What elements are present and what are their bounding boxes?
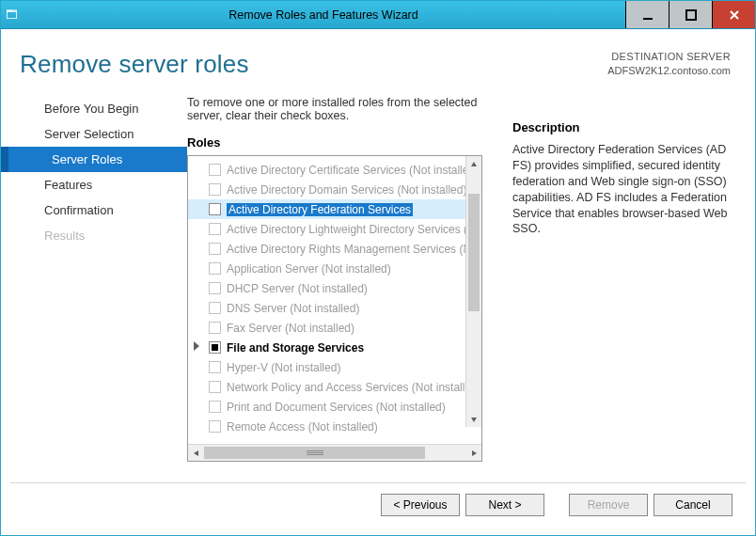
center-column: To remove one or more installed roles fr… bbox=[187, 92, 490, 473]
role-item: Remote Access (Not installed) bbox=[188, 417, 481, 436]
wizard-window: 🗔 Remove Roles and Features Wizard Remov… bbox=[0, 0, 756, 536]
role-item: Active Directory Lightweight Directory S… bbox=[188, 219, 481, 239]
role-item: DHCP Server (Not installed) bbox=[188, 278, 481, 298]
step-features[interactable]: Features bbox=[1, 172, 187, 197]
destination-info: DESTINATION SERVER ADFSW2K12.contoso.com bbox=[607, 50, 731, 78]
role-label: Active Directory Lightweight Directory S… bbox=[227, 223, 481, 236]
role-label: Print and Document Services (Not install… bbox=[227, 401, 446, 414]
titlebar: 🗔 Remove Roles and Features Wizard bbox=[1, 1, 755, 29]
roles-listbox: Active Directory Certificate Services (N… bbox=[187, 155, 482, 462]
role-label: DHCP Server (Not installed) bbox=[227, 282, 368, 295]
role-checkbox bbox=[209, 243, 221, 255]
header: Remove server roles DESTINATION SERVER A… bbox=[1, 29, 755, 92]
role-item: Hyper-V (Not installed) bbox=[188, 357, 481, 377]
description-column: Description Active Directory Federation … bbox=[490, 92, 732, 473]
step-confirmation[interactable]: Confirmation bbox=[1, 197, 187, 223]
svg-rect-1 bbox=[686, 10, 696, 20]
step-server-selection[interactable]: Server Selection bbox=[1, 121, 187, 147]
footer: < Previous Next > Remove Cancel bbox=[10, 482, 746, 526]
role-checkbox[interactable] bbox=[209, 203, 221, 215]
steps-sidebar: Before You Begin Server Selection Server… bbox=[1, 92, 187, 473]
role-checkbox[interactable] bbox=[209, 341, 221, 354]
step-server-roles[interactable]: Server Roles bbox=[1, 147, 187, 172]
role-checkbox bbox=[209, 164, 221, 176]
window-title: Remove Roles and Features Wizard bbox=[22, 8, 625, 22]
remove-button: Remove bbox=[569, 494, 648, 516]
role-item: Active Directory Certificate Services (N… bbox=[188, 160, 481, 180]
role-label: Application Server (Not installed) bbox=[227, 262, 391, 276]
role-label: Fax Server (Not installed) bbox=[227, 322, 354, 335]
role-item: Fax Server (Not installed) bbox=[188, 318, 481, 338]
step-before-you-begin[interactable]: Before You Begin bbox=[1, 96, 187, 121]
role-item: Network Policy and Access Services (Not … bbox=[188, 377, 481, 397]
page-title: Remove server roles bbox=[20, 50, 607, 79]
role-label: Active Directory Certificate Services (N… bbox=[227, 164, 479, 177]
role-checkbox bbox=[209, 183, 221, 196]
previous-button[interactable]: < Previous bbox=[381, 494, 460, 516]
svg-rect-0 bbox=[643, 18, 653, 20]
role-item: Active Directory Rights Management Servi… bbox=[188, 239, 481, 259]
scroll-down-icon[interactable] bbox=[466, 411, 481, 427]
description-title: Description bbox=[512, 120, 732, 134]
role-label: Active Directory Rights Management Servi… bbox=[227, 243, 481, 256]
app-icon: 🗔 bbox=[1, 8, 22, 22]
role-item: Print and Document Services (Not install… bbox=[188, 397, 481, 417]
vertical-scroll-thumb[interactable] bbox=[468, 194, 480, 311]
role-checkbox bbox=[209, 302, 221, 314]
role-item: Application Server (Not installed) bbox=[188, 259, 481, 278]
role-label: Network Policy and Access Services (Not … bbox=[227, 381, 481, 394]
description-text: Active Directory Federation Services (AD… bbox=[512, 142, 732, 237]
horizontal-scrollbar[interactable] bbox=[188, 444, 481, 461]
role-label: Active Directory Federation Services bbox=[227, 203, 413, 216]
roles-title: Roles bbox=[187, 135, 490, 150]
role-label: Remote Access (Not installed) bbox=[227, 420, 378, 434]
scroll-right-icon[interactable] bbox=[465, 445, 481, 461]
role-label: Active Directory Domain Services (Not in… bbox=[227, 183, 466, 197]
role-checkbox bbox=[209, 401, 221, 413]
maximize-button[interactable] bbox=[669, 1, 712, 28]
role-checkbox bbox=[209, 361, 221, 373]
role-checkbox bbox=[209, 322, 221, 334]
window-controls bbox=[625, 1, 755, 28]
destination-label: DESTINATION SERVER bbox=[607, 50, 731, 64]
body: Before You Begin Server Selection Server… bbox=[1, 92, 755, 473]
horizontal-scroll-thumb[interactable] bbox=[204, 447, 425, 459]
cancel-button[interactable]: Cancel bbox=[654, 494, 732, 516]
role-item[interactable]: Active Directory Federation Services bbox=[188, 199, 481, 219]
destination-server: ADFSW2K12.contoso.com bbox=[607, 64, 731, 78]
role-checkbox bbox=[209, 420, 221, 433]
horizontal-scroll-track[interactable] bbox=[204, 445, 465, 461]
close-button[interactable] bbox=[712, 1, 755, 28]
role-checkbox bbox=[209, 262, 221, 275]
role-checkbox bbox=[209, 223, 221, 235]
next-button[interactable]: Next > bbox=[465, 494, 544, 516]
minimize-button[interactable] bbox=[625, 1, 669, 28]
role-label: Hyper-V (Not installed) bbox=[227, 361, 340, 374]
role-item: DNS Server (Not installed) bbox=[188, 298, 481, 318]
scroll-left-icon[interactable] bbox=[188, 445, 204, 461]
role-checkbox bbox=[209, 282, 221, 294]
role-item: Active Directory Domain Services (Not in… bbox=[188, 180, 481, 199]
instruction-text: To remove one or more installed roles fr… bbox=[187, 96, 490, 122]
vertical-scrollbar[interactable] bbox=[465, 156, 481, 427]
step-results: Results bbox=[1, 223, 187, 248]
scroll-up-icon[interactable] bbox=[466, 156, 481, 172]
expand-icon[interactable] bbox=[194, 341, 199, 351]
roles-list-viewport: Active Directory Certificate Services (N… bbox=[188, 156, 481, 444]
role-item[interactable]: File and Storage Services bbox=[188, 338, 481, 357]
role-label: DNS Server (Not installed) bbox=[227, 302, 359, 315]
role-checkbox bbox=[209, 381, 221, 393]
main-area: To remove one or more installed roles fr… bbox=[187, 92, 755, 473]
role-label: File and Storage Services bbox=[227, 341, 364, 355]
